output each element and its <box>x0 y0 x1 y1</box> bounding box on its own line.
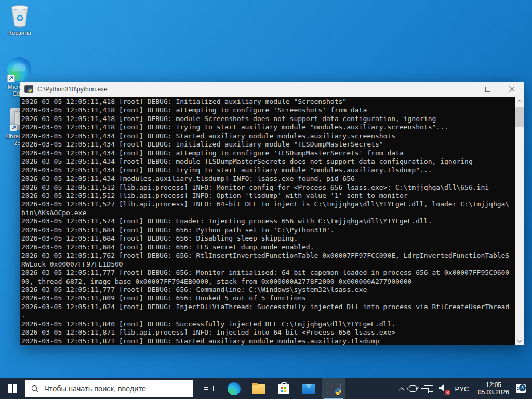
console-line: 2026-03-05 12:05:11,777 [root] DEBUG: 65… <box>21 269 515 277</box>
tray-network-button[interactable] <box>419 378 436 399</box>
console-line: 2026-03-05 12:05:11,574 [root] DEBUG: Lo… <box>21 217 515 225</box>
language-indicator[interactable]: РУС <box>450 378 474 399</box>
console-line: 2026-03-05 12:05:11,434 [root] DEBUG: St… <box>21 132 515 140</box>
console-line: 2026-03-05 12:05:11,434 [root] DEBUG: at… <box>21 149 515 157</box>
notification-badge: 3 <box>518 384 526 392</box>
console-line: 2026-03-05 12:05:11,871 [root] DEBUG: St… <box>21 337 515 345</box>
console-line: 2026-03-05 12:05:11,418 [root] DEBUG: In… <box>21 98 515 106</box>
taskbar-python-console-button[interactable] <box>322 378 345 399</box>
console-line: 2026-03-05 12:05:11,418 [root] DEBUG: Tr… <box>21 123 515 131</box>
system-tray: РУС 12:05 05.03.2026 3 <box>397 378 532 399</box>
microsoft-store-icon <box>278 384 289 394</box>
console-output[interactable]: 2026-03-05 12:05:11,418 [root] DEBUG: In… <box>20 97 515 345</box>
edge-icon <box>7 57 32 82</box>
console-line: RWLock 0x00007FF97FE1D500 <box>21 260 515 269</box>
console-line: 2026-03-05 12:05:11,777 [root] DEBUG: 65… <box>21 286 515 294</box>
console-line: 2026-03-05 12:05:11,418 [root] DEBUG: mo… <box>21 115 515 123</box>
tray-volume-button[interactable] <box>436 378 450 399</box>
desktop-icon-recycle-bin[interactable]: ♻ Корзина <box>3 4 36 36</box>
taskbar-mail-button[interactable] <box>297 378 320 399</box>
taskbar-edge-button[interactable] <box>222 378 245 399</box>
action-center-button[interactable]: 3 <box>513 378 532 399</box>
recycle-bin-icon: ♻ <box>8 4 31 28</box>
file-explorer-icon <box>252 384 265 394</box>
chevron-down-icon <box>517 338 521 342</box>
clock-time: 12:05 <box>478 381 509 389</box>
scroll-up-button[interactable] <box>515 97 524 105</box>
task-view-icon <box>203 385 211 392</box>
tray-sync-button[interactable] <box>406 378 419 399</box>
chevron-up-icon <box>399 387 405 393</box>
taskbar-store-button[interactable] <box>272 378 295 399</box>
minimize-button[interactable] <box>452 82 476 97</box>
console-line: 2026-03-05 12:05:11,434 [root] DEBUG: In… <box>21 140 515 149</box>
shortcut-arrow-icon <box>10 124 17 131</box>
icon-label-line: Корзина <box>3 30 36 36</box>
console-window: C:\Python310\python.exe 2026-03-05 12:05… <box>20 82 524 345</box>
action-center-icon: 3 <box>516 384 526 393</box>
console-line: bin\AKsAOCpo.exe <box>21 209 515 217</box>
shortcut-arrow-icon <box>7 75 15 82</box>
console-line: 2026-03-05 12:05:11,434 [root] DEBUG: mo… <box>21 157 515 166</box>
console-line: 2026-03-05 12:05:11,527 [lib.api.process… <box>21 200 515 208</box>
svg-text:♻: ♻ <box>16 12 24 23</box>
console-line: 2026-03-05 12:05:11,824 [root] DEBUG: In… <box>21 303 515 311</box>
window-titlebar[interactable]: C:\Python310\python.exe <box>20 82 524 97</box>
python-console-icon <box>327 383 341 394</box>
clock[interactable]: 12:05 05.03.2026 <box>474 378 513 399</box>
console-line: 2026-03-05 12:05:11,512 [lib.api.process… <box>21 192 515 200</box>
network-icon <box>424 385 433 392</box>
console-line: 2026-03-05 12:05:11,418 [root] DEBUG: at… <box>21 106 515 114</box>
close-icon <box>509 86 515 92</box>
maximize-button[interactable] <box>476 82 500 97</box>
console-line: . <box>21 311 515 320</box>
taskbar-explorer-button[interactable] <box>247 378 270 399</box>
volume-muted-icon <box>438 384 447 394</box>
console-line: 2026-03-05 12:05:11,434 [modules.auxilia… <box>21 175 515 183</box>
console-scrollbar[interactable] <box>515 97 524 345</box>
console-line: 00, thread 6872, image base 0x00007FF794… <box>21 277 515 286</box>
start-button[interactable] <box>0 378 25 399</box>
console-line: 2026-03-05 12:05:11,684 [root] DEBUG: 65… <box>21 243 515 251</box>
maximize-icon <box>485 87 490 92</box>
scroll-down-button[interactable] <box>515 337 524 345</box>
task-view-button[interactable] <box>195 378 218 399</box>
taskbar: РУС 12:05 05.03.2026 3 <box>0 378 532 399</box>
window-title: C:\Python310\python.exe <box>37 86 452 93</box>
search-icon <box>31 385 39 393</box>
sync-icon <box>409 385 417 392</box>
console-line: 2026-03-05 12:05:11,840 [root] DEBUG: Su… <box>21 320 515 328</box>
mail-icon <box>302 384 315 394</box>
desktop-icon-label: Корзина <box>3 30 36 36</box>
chevron-up-icon <box>517 100 521 104</box>
minimize-icon <box>461 89 467 89</box>
console-line: 2026-03-05 12:05:11,871 [lib.api.process… <box>21 328 515 337</box>
clock-date: 05.03.2026 <box>478 389 509 396</box>
console-line: 2026-03-05 12:05:11,434 [root] DEBUG: Tr… <box>21 166 515 175</box>
taskbar-search[interactable] <box>25 380 193 397</box>
tray-overflow-button[interactable] <box>397 378 406 399</box>
console-line: 2026-03-05 12:05:11,762 [root] DEBUG: 65… <box>21 251 515 260</box>
windows-logo-icon <box>8 384 17 393</box>
console-line: 2026-03-05 12:05:11,809 [root] DEBUG: 65… <box>21 294 515 302</box>
console-line: 2026-03-05 12:05:11,512 [lib.api.process… <box>21 183 515 192</box>
close-button[interactable] <box>500 82 524 97</box>
console-line: 2026-03-05 12:05:11,684 [root] DEBUG: 65… <box>21 226 515 234</box>
search-input[interactable] <box>44 384 174 393</box>
window-controls <box>452 82 524 97</box>
python-console-icon <box>24 85 33 93</box>
edge-icon <box>228 382 241 395</box>
console-line: 2026-03-05 12:05:11,684 [root] DEBUG: 65… <box>21 234 515 243</box>
scrollbar-thumb[interactable] <box>515 107 524 127</box>
